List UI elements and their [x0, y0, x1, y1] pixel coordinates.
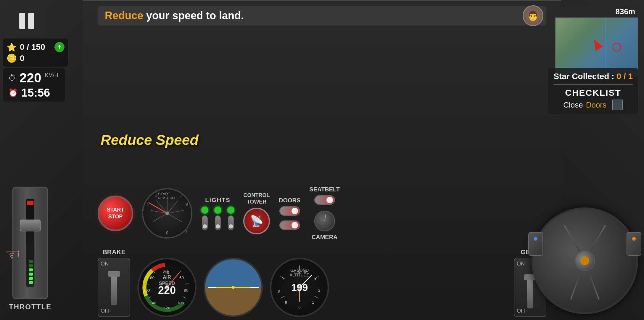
- attitude-gauge: [204, 258, 263, 317]
- brake-section: BRAKE ON OFF: [98, 248, 130, 317]
- svg-text:1: 1: [312, 300, 314, 305]
- minimap-plane-arrow: [590, 38, 603, 51]
- door-toggle-switch-2[interactable]: [279, 220, 300, 230]
- coin-stat-row: 🪙 0: [7, 53, 65, 63]
- brake-on-label: ON: [101, 261, 127, 267]
- coin-value: 0: [20, 54, 25, 63]
- star-icon: ⭐: [7, 42, 17, 52]
- wheel-hub: [574, 250, 595, 271]
- rpm-tick-3: [167, 196, 168, 213]
- door-toggle-2[interactable]: [279, 220, 300, 230]
- checklist-item-label: Close: [563, 100, 583, 110]
- timer-row: ⏰ 15:56: [8, 87, 60, 99]
- minimap-target: [612, 43, 621, 52]
- knob-indicator-line: [324, 215, 326, 221]
- minimap: 836m: [555, 6, 638, 77]
- brake-lever-head: [108, 271, 120, 277]
- attitude-ground: [205, 287, 261, 316]
- minimap-distance: 836m: [555, 6, 638, 17]
- svg-text:80: 80: [184, 288, 188, 292]
- light-toggle-2[interactable]: [214, 207, 221, 230]
- light-toggle-1[interactable]: [201, 207, 208, 230]
- tgi-1: [29, 281, 33, 284]
- seatbelt-toggle[interactable]: [314, 195, 335, 205]
- timer-value: 15:56: [21, 87, 50, 99]
- svg-text:140: 140: [149, 301, 156, 305]
- info-divider: [553, 84, 633, 85]
- stop-label: STOP: [107, 213, 124, 220]
- throttle-label: THROTTLE: [9, 303, 51, 311]
- pause-bar-left: [19, 13, 25, 29]
- svg-text:2: 2: [318, 288, 320, 292]
- airspeed-value: 220: [158, 284, 176, 297]
- throttle-red-indicator: [27, 201, 33, 205]
- toggle-switch-3[interactable]: [228, 215, 234, 230]
- attitude-center-dot: [232, 286, 235, 289]
- pause-button[interactable]: [6, 6, 47, 36]
- rpm-label-0: 0: [166, 231, 168, 235]
- rpm-label-5: 7: [185, 229, 187, 233]
- seatbelt-label: SEATBELT: [309, 186, 340, 193]
- pause-bar-right: [28, 13, 34, 29]
- star-value: 0 / 150: [20, 42, 45, 52]
- throttle-green-indicators: [29, 260, 33, 284]
- star-collected-row: Star Collected : 0 / 1: [553, 72, 633, 81]
- seatbelt-switch[interactable]: [314, 195, 335, 205]
- ground-altitude-gauge: 8 3 2 1 0 9 8 7 6 5 4 GROUND ALTITUDE: [270, 258, 329, 317]
- svg-text:120: 120: [164, 306, 170, 310]
- start-stop-button[interactable]: START STOP: [98, 196, 133, 231]
- rpm-label-2: 2: [155, 193, 157, 197]
- toggle-switch-1[interactable]: [202, 215, 208, 230]
- rpm-tick-0: [152, 213, 167, 222]
- checklist-checkbox[interactable]: [612, 100, 623, 110]
- add-star-button[interactable]: +: [54, 42, 65, 52]
- instruction-banner: Reduce your speed to land. 👨: [98, 6, 546, 25]
- altitude-gauge-label: GROUND ALTITUDE: [290, 268, 310, 278]
- svg-text:100: 100: [177, 301, 184, 305]
- door-toggle-switch-1[interactable]: [279, 206, 300, 216]
- stats-panel: ⭐ 0 / 150 + 🪙 0: [3, 39, 68, 67]
- star-stat-row: ⭐ 0 / 150 +: [7, 42, 65, 52]
- brake-label: BRAKE: [102, 248, 125, 256]
- tower-icon: 📡: [250, 215, 263, 227]
- throttle-track[interactable]: [26, 199, 35, 287]
- rpm-center: [165, 212, 169, 215]
- throttle-section: ☞ THROTTLE: [9, 187, 51, 311]
- camera-knob[interactable]: [314, 211, 335, 231]
- steering-wheel[interactable]: [532, 207, 638, 314]
- control-tower-section: CONTROL TOWER 📡: [243, 192, 270, 234]
- star-collected-label: Star Collected :: [553, 72, 614, 81]
- svg-line-25: [315, 296, 318, 298]
- star-collected-value: 0 / 1: [617, 72, 633, 81]
- light-toggle-3[interactable]: [227, 207, 234, 230]
- instrument-row-1: START STOP START RPM X 1000 0 1 2 5 6 7: [92, 187, 552, 240]
- wheel-background: [532, 207, 638, 314]
- checklist-item-highlight: Doors: [586, 100, 606, 110]
- control-tower-button[interactable]: 📡: [243, 208, 270, 234]
- toggle-switch-2[interactable]: [215, 215, 221, 230]
- doors-section: DOORS: [279, 197, 300, 230]
- door-toggle-1[interactable]: [279, 206, 300, 216]
- svg-line-9: [183, 297, 186, 298]
- throttle-handle[interactable]: [20, 220, 41, 231]
- svg-text:180: 180: [148, 276, 154, 280]
- rpm-label-1: 1: [147, 203, 149, 207]
- svg-line-8: [185, 284, 189, 284]
- instrument-row-2: BRAKE ON OFF: [92, 246, 552, 320]
- door-toggle-knob-2: [292, 222, 298, 228]
- rpm-gauge: START RPM X 1000 0 1 2 5 6 7: [142, 188, 192, 239]
- light-green-3: [227, 207, 234, 214]
- svg-line-21: [281, 296, 284, 298]
- throttle-body: ☞: [12, 187, 48, 299]
- svg-text:60: 60: [179, 276, 184, 280]
- svg-text:3: 3: [314, 277, 316, 281]
- rpm-start-label: START: [158, 192, 176, 196]
- brake-lever[interactable]: [111, 275, 117, 305]
- minimap-route-line: [605, 18, 606, 76]
- speed-icon: ⏱: [8, 73, 16, 83]
- toggle-knob-3: [229, 224, 233, 228]
- tgi-6: [29, 260, 33, 263]
- svg-text:240: 240: [163, 270, 169, 273]
- door-toggle-knob-1: [292, 208, 298, 214]
- svg-text:7: 7: [282, 277, 284, 281]
